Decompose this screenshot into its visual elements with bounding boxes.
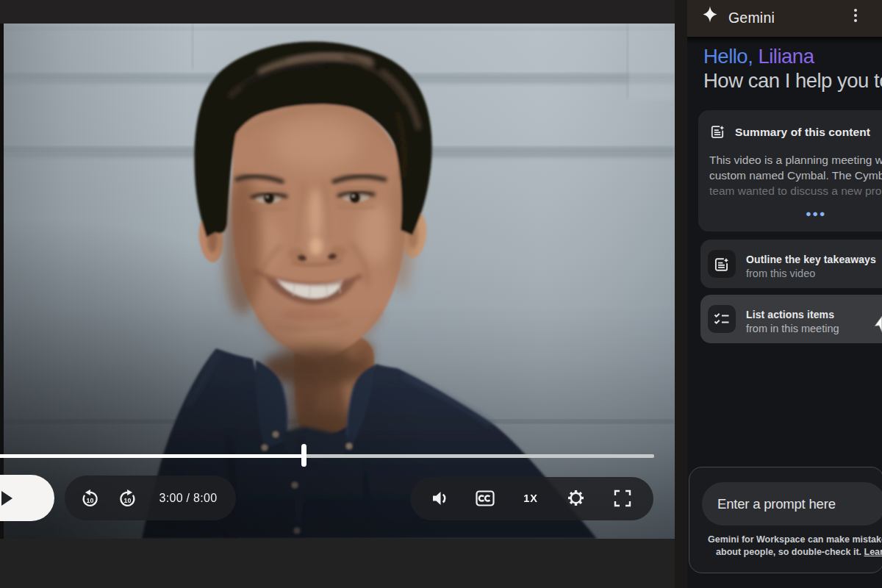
svg-text:10: 10 [124, 497, 132, 504]
svg-text:10: 10 [87, 497, 94, 504]
